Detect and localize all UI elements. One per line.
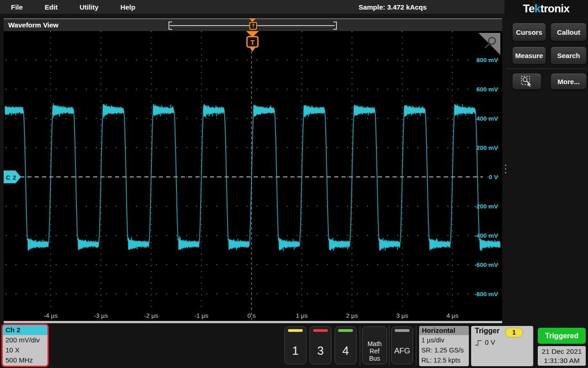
- channel-4-color-bar: [338, 329, 353, 332]
- waveform-view-panel: Waveform View T C 2T-4 µs-3 µs-2 µs-1 µs…: [4, 18, 502, 323]
- zoom-select-button[interactable]: [512, 73, 541, 90]
- search-button[interactable]: Search: [551, 47, 587, 64]
- cursors-button[interactable]: Cursors: [512, 23, 546, 41]
- acquisition-window-right-bracket: [333, 21, 337, 30]
- y-tick-label: 0 V: [489, 174, 498, 181]
- channel2-name: Ch 2: [3, 325, 47, 335]
- date: 21 Dec 2021: [542, 347, 582, 356]
- y-tick-label: -200 mV: [474, 203, 498, 210]
- x-tick-label: 0 s: [247, 312, 256, 319]
- rising-edge-icon: [475, 339, 483, 346]
- x-tick-label: -3 µs: [94, 312, 108, 319]
- x-axis-labels: -4 µs-3 µs-2 µs-1 µs0 s1 µs2 µs3 µs4 µs: [44, 312, 458, 319]
- channel2-badge[interactable]: Ch 2 200 mV/div 10 X 500 MHz: [3, 325, 47, 365]
- horizontal-record-length: RL: 12.5 kpts: [419, 355, 469, 365]
- more-button[interactable]: More...: [551, 73, 587, 90]
- y-tick-label: 800 mV: [477, 57, 498, 64]
- y-tick-label: 600 mV: [477, 86, 498, 93]
- channel-1-label: 1: [285, 338, 306, 364]
- button-group-separator: [360, 325, 360, 366]
- zoom-select-icon: [520, 75, 534, 87]
- button-group-separator: [389, 325, 389, 366]
- horizontal-scale: 1 µs/div: [419, 335, 469, 345]
- afg-label: AFG: [392, 338, 413, 364]
- menu-utility[interactable]: Utility: [79, 3, 99, 11]
- panel-bottom-scrollbar[interactable]: [4, 321, 502, 323]
- x-tick-label: -2 µs: [144, 312, 158, 319]
- x-tick-label: -4 µs: [44, 312, 58, 319]
- channel-1-button[interactable]: 1: [284, 326, 306, 364]
- channel-4-button[interactable]: 4: [335, 326, 357, 364]
- channel-3-color-bar: [313, 329, 328, 332]
- y-tick-label: 400 mV: [477, 115, 498, 122]
- measure-button[interactable]: Measure: [512, 47, 546, 64]
- waveform-view-header: Waveform View T: [4, 19, 502, 31]
- graticule[interactable]: C 2T-4 µs-3 µs-2 µs-1 µs0 s1 µs2 µs3 µs4…: [4, 31, 502, 321]
- y-tick-label: -600 mV: [474, 261, 498, 268]
- channel-3-label: 3: [310, 338, 331, 364]
- trigger-title: Trigger: [475, 327, 499, 335]
- menu-help[interactable]: Help: [121, 3, 136, 11]
- svg-text:T: T: [250, 38, 254, 46]
- horizontal-sample-rate: SR: 1.25 GS/s: [419, 345, 469, 355]
- tektronix-logo: Tektronix: [523, 2, 570, 15]
- channel-1-color-bar: [288, 329, 303, 332]
- menu-file[interactable]: File: [11, 3, 23, 11]
- x-tick-label: 2 µs: [346, 312, 358, 319]
- math-ref-bus-label: MathRefBus: [362, 338, 387, 364]
- afg-button[interactable]: AFG: [391, 326, 413, 364]
- y-tick-label: -400 mV: [474, 232, 498, 239]
- channel2-scale: 200 mV/div: [3, 335, 47, 345]
- x-tick-label: -1 µs: [194, 312, 209, 319]
- trigger-source-badge: 1: [505, 328, 523, 337]
- svg-text:C 2: C 2: [6, 174, 16, 181]
- time: 1:31:30 AM: [544, 356, 579, 365]
- trigger-position-badge[interactable]: T: [249, 22, 257, 30]
- channel-4-label: 4: [335, 338, 356, 364]
- math-ref-bus-button[interactable]: MathRefBus: [362, 326, 387, 364]
- y-tick-label: 200 mV: [477, 144, 498, 151]
- x-tick-label: 3 µs: [396, 312, 408, 319]
- waveform-view-title: Waveform View: [8, 21, 58, 29]
- right-panel-divider: [506, 69, 586, 69]
- sample-status: Sample: 3.472 kAcqs: [320, 0, 466, 14]
- channel2-probe: 10 X: [3, 345, 47, 355]
- trigger-state-badge[interactable]: Triggered: [538, 328, 586, 344]
- x-tick-label: 4 µs: [446, 312, 458, 319]
- channel2-badge-highlight: Ch 2 200 mV/div 10 X 500 MHz: [1, 324, 49, 367]
- panel-drag-handle[interactable]: [505, 165, 506, 173]
- datetime-display: 21 Dec 2021 1:31:30 AM: [538, 346, 586, 366]
- x-tick-label: 1 µs: [296, 312, 308, 319]
- callout-button[interactable]: Callout: [551, 23, 587, 41]
- y-tick-label: -800 mV: [474, 291, 498, 298]
- channel-3-button[interactable]: 3: [310, 326, 331, 364]
- menu-bar: FileEditUtilityHelp Sample: 3.472 kAcqs: [0, 0, 504, 14]
- trigger-settings-badge[interactable]: Trigger 1 0 V: [471, 326, 533, 366]
- logo-area: Tektronix: [504, 0, 588, 17]
- channel2-bandwidth: 500 MHz: [3, 355, 47, 365]
- horizontal-settings-badge[interactable]: Horizontal 1 µs/div SR: 1.25 GS/s RL: 12…: [419, 326, 469, 366]
- button-group-separator: [416, 325, 416, 366]
- afg-color-bar: [395, 329, 410, 332]
- horizontal-title: Horizontal: [419, 326, 469, 335]
- trigger-position-arrow-icon[interactable]: [249, 18, 256, 22]
- trigger-level: 0 V: [485, 338, 495, 346]
- menu-edit[interactable]: Edit: [45, 3, 58, 11]
